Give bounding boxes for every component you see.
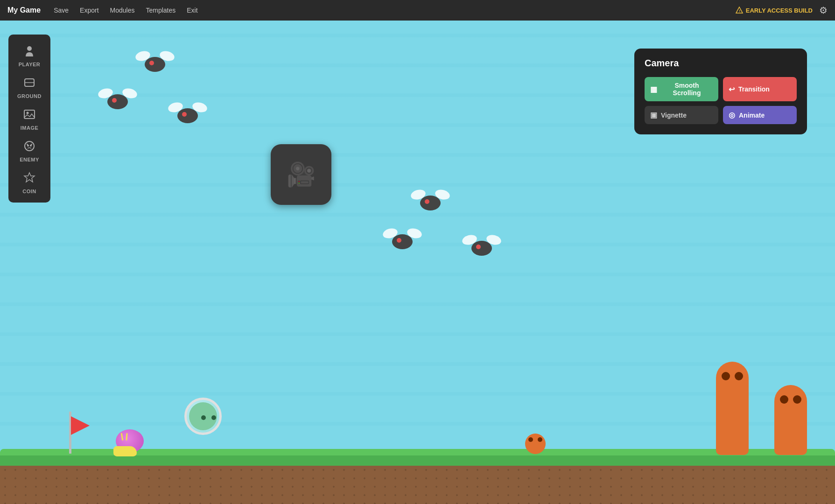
camera-row-1: ▦ Smooth Scrolling ↩ Transition	[645, 77, 797, 101]
smooth-scrolling-icon: ▦	[650, 85, 657, 94]
top-right-section: ! EARLY ACCESS BUILD ⚙	[736, 5, 828, 16]
camera-object[interactable]: 🎥	[271, 144, 331, 205]
sidebar-item-player[interactable]: PLAYER	[8, 39, 50, 71]
camera-object-icon: 🎥	[287, 161, 316, 188]
player-eye-right	[211, 415, 216, 420]
vignette-button[interactable]: ▣ Vignette	[645, 106, 718, 124]
coin-icon	[23, 172, 35, 187]
orange-short-enemy	[774, 385, 807, 455]
camera-panel: Camera ▦ Smooth Scrolling ↩ Transition ▣…	[634, 49, 807, 134]
transition-label: Transition	[738, 85, 770, 93]
player-inner-body	[189, 402, 217, 430]
fly-body-4	[420, 196, 441, 210]
svg-rect-4	[24, 110, 35, 119]
animate-label: Animate	[739, 112, 765, 119]
transition-button[interactable]: ↩ Transition	[723, 77, 797, 101]
fly-body-3	[177, 108, 198, 123]
sidebar-item-ground[interactable]: GROUND	[8, 71, 50, 103]
game-title: My Game	[7, 6, 41, 14]
sidebar-label-image: IMAGE	[21, 125, 39, 131]
flying-enemy-5	[392, 234, 413, 249]
nav-export[interactable]: Export	[80, 7, 98, 14]
fly-eye-1	[149, 61, 154, 65]
fly-eye-5	[397, 238, 401, 243]
smooth-scrolling-label: Smooth Scrolling	[661, 82, 713, 97]
camera-row-2: ▣ Vignette ◎ Animate	[645, 106, 797, 124]
nav-save[interactable]: Save	[54, 7, 69, 14]
svg-point-5	[27, 112, 29, 114]
warning-icon: !	[736, 7, 743, 14]
player-character	[182, 398, 224, 449]
flying-enemy-4	[420, 196, 441, 210]
animate-button[interactable]: ◎ Animate	[723, 106, 797, 124]
transition-icon: ↩	[729, 85, 735, 94]
svg-point-7	[27, 145, 29, 147]
nav-bar: Save Export Modules Templates Exit	[54, 7, 197, 14]
snail-body	[113, 446, 137, 456]
ground-dirt	[0, 466, 835, 504]
sidebar: PLAYER GROUND IMAGE	[8, 35, 50, 203]
image-icon	[23, 108, 35, 123]
top-nav: My Game Save Export Modules Templates Ex…	[0, 0, 835, 21]
orange-small-enemy	[525, 434, 546, 454]
flag-triangle	[71, 416, 90, 435]
nav-templates[interactable]: Templates	[146, 7, 175, 14]
enemy-icon	[23, 140, 35, 155]
player-icon	[23, 45, 35, 60]
orange-tall-enemy	[716, 362, 749, 455]
fly-eye-4	[425, 199, 429, 204]
fly-body-1	[145, 57, 165, 72]
game-canvas[interactable]: PLAYER GROUND IMAGE	[0, 21, 835, 504]
flying-enemy-3	[177, 108, 198, 123]
fly-eye-3	[182, 112, 187, 117]
camera-button-group: ▦ Smooth Scrolling ↩ Transition ▣ Vignet…	[645, 77, 797, 124]
flying-enemy-6	[471, 241, 492, 256]
sidebar-item-coin[interactable]: COIN	[8, 166, 50, 198]
gear-icon[interactable]: ⚙	[819, 5, 828, 16]
svg-point-1	[27, 46, 32, 51]
fly-body-2	[107, 94, 128, 109]
svg-marker-9	[24, 173, 35, 182]
sidebar-label-coin: COIN	[22, 189, 36, 194]
sidebar-item-enemy[interactable]: ENEMY	[8, 134, 50, 166]
animate-icon: ◎	[729, 111, 735, 119]
sidebar-label-player: PLAYER	[19, 62, 41, 67]
svg-point-6	[25, 141, 34, 151]
smooth-scrolling-button[interactable]: ▦ Smooth Scrolling	[645, 77, 718, 101]
fly-body-5	[392, 234, 413, 249]
fly-eye-6	[476, 245, 481, 249]
player-eye-left	[201, 415, 206, 420]
sidebar-label-ground: GROUND	[17, 93, 42, 99]
snail-enemy	[116, 429, 144, 453]
nav-exit[interactable]: Exit	[187, 7, 197, 14]
ground-icon	[23, 77, 35, 91]
svg-point-8	[30, 145, 32, 147]
camera-panel-title: Camera	[645, 58, 797, 69]
svg-text:!: !	[739, 9, 740, 13]
vignette-label: Vignette	[661, 112, 687, 119]
flying-enemy-1	[145, 57, 165, 72]
nav-modules[interactable]: Modules	[110, 7, 135, 14]
flying-enemy-2	[107, 94, 128, 109]
sidebar-item-image[interactable]: IMAGE	[8, 103, 50, 134]
fly-eye-2	[112, 98, 117, 103]
sidebar-label-enemy: ENEMY	[20, 157, 39, 162]
early-access-badge: ! EARLY ACCESS BUILD	[736, 7, 813, 14]
player-body	[182, 398, 224, 440]
fly-body-6	[471, 241, 492, 256]
vignette-icon: ▣	[650, 111, 657, 119]
